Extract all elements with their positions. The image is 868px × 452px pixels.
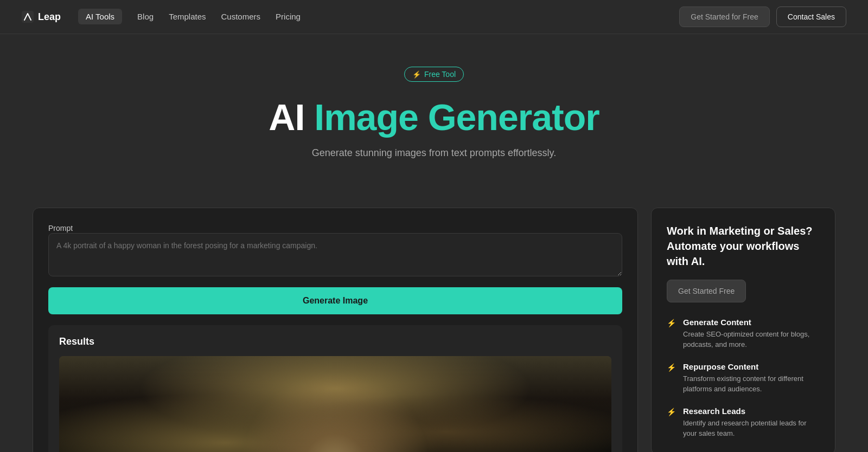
logo-text: Leap <box>38 11 61 23</box>
research-leads-icon: ⚡ <box>667 408 676 417</box>
get-started-free-button[interactable]: Get Started Free <box>667 280 746 302</box>
nav-contact-sales-button[interactable]: Contact Sales <box>776 7 846 27</box>
feature-text-generate: Generate Content Create SEO-optimized co… <box>683 318 820 350</box>
badge-icon: ⚡ <box>412 70 421 79</box>
generate-content-icon: ⚡ <box>667 319 676 328</box>
right-panel: Work in Marketing or Sales? Automate you… <box>651 208 835 452</box>
feature-desc-generate: Create SEO-optimized content for blogs, … <box>683 329 820 350</box>
nav-get-started-button[interactable]: Get Started for Free <box>679 7 770 27</box>
nav-right: Get Started for Free Contact Sales <box>679 7 846 27</box>
feature-item-repurpose: ⚡ Repurpose Content Transform existing c… <box>667 362 820 395</box>
feature-item-generate: ⚡ Generate Content Create SEO-optimized … <box>667 318 820 350</box>
results-image <box>59 356 611 452</box>
hero-section: ⚡ Free Tool AI Image Generator Generate … <box>0 34 868 208</box>
feature-text-repurpose: Repurpose Content Transform existing con… <box>683 362 820 395</box>
left-panel: Prompt Generate Image Results <box>33 208 638 452</box>
results-section: Results <box>48 325 622 452</box>
hero-title-teal: Image Generator <box>314 96 599 138</box>
features-list: ⚡ Generate Content Create SEO-optimized … <box>667 318 820 439</box>
feature-title-generate: Generate Content <box>683 318 820 327</box>
generate-image-button[interactable]: Generate Image <box>48 287 622 314</box>
nav-item-customers[interactable]: Customers <box>221 12 261 22</box>
logo[interactable]: Leap <box>22 11 61 23</box>
feature-text-research: Research Leads Identify and research pot… <box>683 406 820 439</box>
right-panel-title: Work in Marketing or Sales? Automate you… <box>667 223 820 269</box>
nav-item-templates[interactable]: Templates <box>169 12 206 22</box>
prompt-textarea[interactable] <box>48 233 622 276</box>
hero-title-white: AI <box>269 96 304 138</box>
main-content: Prompt Generate Image Results Work in Ma… <box>0 208 868 452</box>
nav-item-pricing[interactable]: Pricing <box>276 12 301 22</box>
nav-item-ai-tools[interactable]: AI Tools <box>78 12 122 22</box>
nav-item-blog[interactable]: Blog <box>137 12 154 22</box>
hero-title: AI Image Generator <box>269 97 599 138</box>
prompt-label: Prompt <box>48 224 73 233</box>
hero-subtitle: Generate stunning images from text promp… <box>312 147 557 159</box>
svg-rect-0 <box>22 11 34 23</box>
nav-left: Leap AI Tools Blog Templates Customers P… <box>22 11 301 23</box>
results-title: Results <box>59 336 611 347</box>
nav-links: AI Tools Blog Templates Customers Pricin… <box>78 12 301 22</box>
navbar: Leap AI Tools Blog Templates Customers P… <box>0 0 868 34</box>
feature-desc-research: Identify and research potential leads fo… <box>683 418 820 439</box>
feature-title-research: Research Leads <box>683 406 820 416</box>
feature-title-repurpose: Repurpose Content <box>683 362 820 371</box>
logo-icon <box>22 11 34 23</box>
badge-text: Free Tool <box>424 70 456 79</box>
feature-item-research: ⚡ Research Leads Identify and research p… <box>667 406 820 439</box>
free-tool-badge: ⚡ Free Tool <box>404 67 464 82</box>
repurpose-content-icon: ⚡ <box>667 363 676 373</box>
feature-desc-repurpose: Transform existing content for different… <box>683 373 820 395</box>
